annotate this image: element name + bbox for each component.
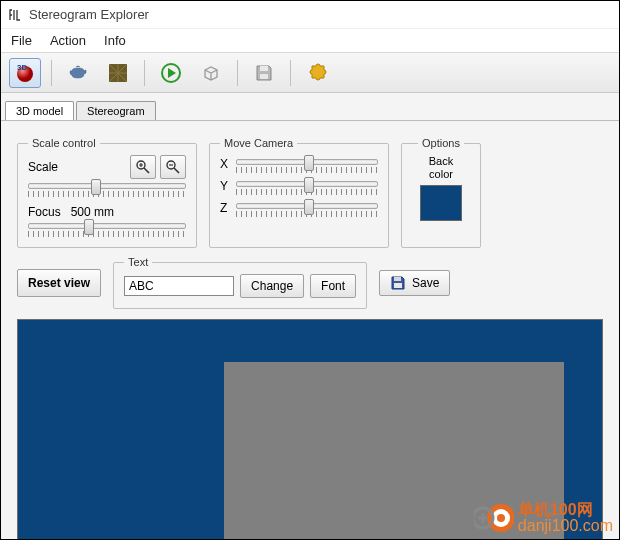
text-group: Text Change Font	[113, 256, 367, 309]
tool-teapot[interactable]	[62, 58, 94, 88]
app-icon	[7, 7, 23, 23]
puzzle-icon	[306, 62, 328, 84]
axis-z-label: Z	[220, 201, 230, 215]
svg-text:3D: 3D	[17, 63, 27, 72]
reset-view-button[interactable]: Reset view	[17, 269, 101, 297]
gamepad-icon	[474, 501, 514, 535]
svg-rect-5	[260, 74, 268, 79]
toolbar-separator	[290, 60, 291, 86]
texture-icon	[107, 62, 129, 84]
toolbar-separator	[237, 60, 238, 86]
move-legend: Move Camera	[220, 137, 297, 149]
font-button[interactable]: Font	[310, 274, 356, 298]
tool-3d-sphere[interactable]: 3D	[9, 58, 41, 88]
floppy-icon	[254, 63, 274, 83]
axis-y-label: Y	[220, 179, 230, 193]
tool-plugin[interactable]	[301, 58, 333, 88]
tab-stereogram[interactable]: Stereogram	[76, 101, 155, 120]
axis-x-label: X	[220, 157, 230, 171]
sphere-3d-icon: 3D	[13, 61, 37, 85]
zoom-out-button[interactable]	[160, 155, 186, 179]
teapot-icon	[66, 61, 90, 85]
change-button[interactable]: Change	[240, 274, 304, 298]
zoom-in-icon	[135, 159, 151, 175]
menu-info[interactable]: Info	[104, 33, 126, 48]
svg-rect-9	[394, 283, 402, 288]
scale-slider[interactable]	[28, 183, 186, 189]
camera-x-slider[interactable]	[236, 159, 378, 165]
floppy-icon	[390, 275, 406, 291]
menu-bar: File Action Info	[1, 29, 619, 53]
tool-cube[interactable]	[195, 58, 227, 88]
play-icon	[160, 62, 182, 84]
window-title: Stereogram Explorer	[29, 7, 149, 22]
tool-save[interactable]	[248, 58, 280, 88]
svg-rect-4	[260, 66, 268, 71]
focus-value: 500 mm	[71, 205, 114, 219]
cube-icon	[200, 62, 222, 84]
save-label: Save	[412, 276, 439, 290]
focus-ticks	[28, 231, 186, 237]
move-camera-group: Move Camera X Y Z	[209, 137, 389, 248]
title-bar: Stereogram Explorer	[1, 1, 619, 29]
scale-ticks	[28, 191, 186, 197]
toolbar-separator	[144, 60, 145, 86]
svg-point-12	[497, 514, 505, 522]
options-group: Options Backcolor	[401, 137, 481, 248]
camera-z-slider[interactable]	[236, 203, 378, 209]
scale-legend: Scale control	[28, 137, 100, 149]
options-legend: Options	[418, 137, 464, 149]
text-input[interactable]	[124, 276, 234, 296]
camera-y-slider[interactable]	[236, 181, 378, 187]
zoom-out-icon	[165, 159, 181, 175]
focus-slider[interactable]	[28, 223, 186, 229]
scale-control-group: Scale control Scale Focus 500 mm	[17, 137, 197, 248]
back-color-swatch[interactable]	[420, 185, 462, 221]
scale-label: Scale	[28, 160, 58, 174]
watermark-title: 单机100网	[518, 502, 613, 518]
toolbar: 3D	[1, 53, 619, 93]
back-color-label: Backcolor	[412, 155, 470, 181]
tool-texture[interactable]	[102, 58, 134, 88]
toolbar-separator	[51, 60, 52, 86]
focus-label: Focus	[28, 205, 61, 219]
tab-3d-model[interactable]: 3D model	[5, 101, 74, 120]
workspace: Scale control Scale Focus 500 mm	[1, 121, 619, 540]
text-legend: Text	[124, 256, 152, 268]
menu-action[interactable]: Action	[50, 33, 86, 48]
zoom-in-button[interactable]	[130, 155, 156, 179]
watermark-url: danji100.com	[518, 518, 613, 534]
tab-bar: 3D model Stereogram	[1, 93, 619, 121]
menu-file[interactable]: File	[11, 33, 32, 48]
save-button[interactable]: Save	[379, 270, 450, 296]
tool-play[interactable]	[155, 58, 187, 88]
svg-rect-8	[394, 277, 401, 281]
watermark: 单机100网 danji100.com	[474, 501, 613, 535]
